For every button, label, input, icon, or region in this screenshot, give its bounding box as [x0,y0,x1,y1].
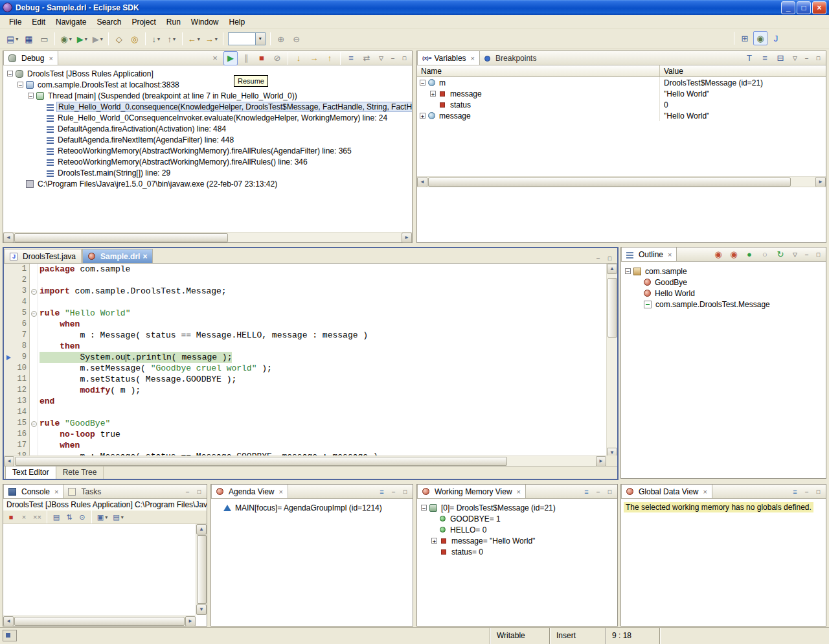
step-return-button[interactable]: ↑ [323,51,337,65]
scroll-left-icon[interactable]: ◄ [4,456,14,466]
menu-navigate[interactable]: Navigate [51,16,91,29]
menu-search[interactable]: Search [91,16,126,29]
annotation-ruler[interactable] [4,440,13,451]
expander-icon[interactable]: − [28,93,34,98]
expander-icon[interactable]: + [431,538,437,544]
search-button[interactable]: ◎ [128,32,142,46]
code-line[interactable]: 3−import com.sample.DroolsTest.Message; [4,286,606,297]
dropdown-arrow-icon[interactable]: ▾ [215,36,218,42]
menu-edit[interactable]: Edit [27,16,51,29]
maximize-view-icon[interactable]: □ [813,250,823,259]
tree-row[interactable]: HELLO= 0 [417,524,617,535]
tree-row[interactable]: −com.sample [621,266,826,277]
minimize-view-icon[interactable]: – [593,487,603,496]
code-line[interactable]: 13end [4,396,606,407]
dropdown-arrow-icon[interactable]: ▾ [100,36,103,42]
folding-ruler[interactable] [30,440,38,451]
scroll-down-icon[interactable]: ▼ [196,604,207,615]
tab-working-memory-view[interactable]: Working Memory View × [417,485,526,498]
annotation-ruler[interactable] [4,418,13,429]
folding-ruler[interactable]: − [30,308,38,319]
remove-launch-button[interactable]: × [18,511,30,523]
save-button[interactable]: ▦ [21,32,36,46]
scrollbar-thumb[interactable] [14,617,185,626]
back-button[interactable]: ←▾ [186,32,202,46]
external-tools-button[interactable]: ▶▾ [91,32,105,46]
fold-collapse-icon[interactable]: − [31,289,37,295]
hide-queries-button[interactable]: ◉ [727,247,741,262]
expander-icon[interactable]: − [17,82,23,87]
drl-source-editor[interactable]: 1package com.sample23−import com.sample.… [4,264,617,458]
tab-text-editor[interactable]: Text Editor [5,466,56,479]
forward-button[interactable]: →▾ [203,32,220,46]
open-perspective-button[interactable]: ⊞ [738,31,752,45]
console-vertical-scrollbar[interactable]: ▲ ▼ [196,524,207,615]
variable-row[interactable]: −mDroolsTest$Message (id=21) [417,77,826,88]
tree-row[interactable]: Rule_Hello_World_0.consequence(Knowledge… [3,101,412,112]
tab-sample-drl[interactable]: Sample.drl × [82,249,153,263]
annotation-ruler[interactable] [4,407,13,418]
next-annotation-button[interactable]: ↓▾ [149,32,163,46]
tree-row[interactable]: GoodBye [621,277,826,288]
annotation-ruler[interactable] [4,374,13,385]
annotation-ruler[interactable] [4,297,13,308]
hide-globals-button[interactable]: ○ [758,247,772,262]
tree-row[interactable]: DefaultAgenda.fireNextItem(AgendaFilter)… [3,134,412,145]
annotation-ruler[interactable] [4,330,13,341]
tree-row[interactable]: DroolsTest.main(String[]) line: 29 [3,167,412,178]
close-tab-icon[interactable]: × [517,488,521,496]
code-line[interactable]: 9 System.out.println( message ); [4,352,606,363]
annotation-ruler[interactable] [4,363,13,374]
fold-collapse-icon[interactable]: − [31,421,37,427]
code-line[interactable]: 7 m : Message( status == Message.HELLO, … [4,330,606,341]
debug-horizontal-scrollbar[interactable]: ◄ ► [3,232,412,242]
scroll-up-icon[interactable]: ▲ [196,524,207,535]
editor-horizontal-scrollbar[interactable]: ◄ ► [4,455,606,466]
print-button[interactable]: ▭ [37,32,51,46]
tree-row[interactable]: −[0]= DroolsTest$Message (id=21) [417,502,617,513]
hide-rules-button[interactable]: ◉ [711,247,725,262]
scroll-left-icon[interactable]: ◄ [3,233,14,243]
tab-outline[interactable]: Outline × [621,247,677,261]
resume-button[interactable]: ▶ [223,51,238,65]
menu-project[interactable]: Project [126,16,161,29]
maximize-view-icon[interactable]: □ [813,54,823,63]
scroll-left-icon[interactable]: ◄ [3,616,14,627]
tree-row[interactable]: GOODBYE= 1 [417,513,617,524]
clear-console-button[interactable]: ▤ [51,511,62,523]
drop-to-frame-button[interactable]: ≡ [344,51,358,65]
tab-droolstest-java[interactable]: DroolsTest.java [4,249,82,263]
minimize-view-icon[interactable]: – [388,54,398,63]
tab-debug[interactable]: Debug × [3,51,58,65]
tree-row[interactable]: −DroolsTest [JBoss Rules Application] [3,68,412,79]
variable-row[interactable]: +message"Hello World" [417,110,826,121]
step-into-button[interactable]: ↓ [291,51,306,65]
close-tab-icon[interactable]: × [54,488,58,496]
folding-ruler[interactable] [30,275,38,286]
remove-all-launches-button[interactable]: ×× [31,511,43,523]
dropdown-arrow-icon[interactable]: ▾ [157,36,160,42]
folding-ruler[interactable] [30,297,38,308]
menu-window[interactable]: Window [186,16,224,29]
view-menu-icon[interactable]: ▽ [790,250,800,259]
maximize-button[interactable]: □ [797,1,811,14]
code-line[interactable]: 1package com.sample [4,264,606,275]
dropdown-arrow-icon[interactable]: ▾ [105,514,108,520]
scrollbar-thumb[interactable] [197,535,207,604]
scroll-lock-button[interactable]: ⇅ [63,511,75,523]
fold-collapse-icon[interactable]: − [31,311,37,317]
close-tab-icon[interactable]: × [703,488,707,496]
minimize-view-icon[interactable]: – [593,254,603,263]
dropdown-arrow-icon[interactable]: ▾ [16,36,18,42]
annotation-ruler[interactable] [4,264,13,275]
folding-ruler[interactable] [30,429,38,440]
show-logical-structures-button[interactable]: ≡ [758,51,772,65]
code-line[interactable]: 14 [4,407,606,418]
maximize-view-icon[interactable]: □ [194,487,204,496]
folding-ruler[interactable] [30,319,38,330]
display-selected-console-button[interactable]: ▣▾ [95,511,109,523]
tree-row[interactable]: MAIN[focus]= AgendaGroupImpl (id=1214) [211,502,413,513]
scroll-right-icon[interactable]: ► [185,616,196,627]
expander-icon[interactable]: − [7,71,13,76]
view-menu-icon[interactable]: ▽ [790,54,800,63]
